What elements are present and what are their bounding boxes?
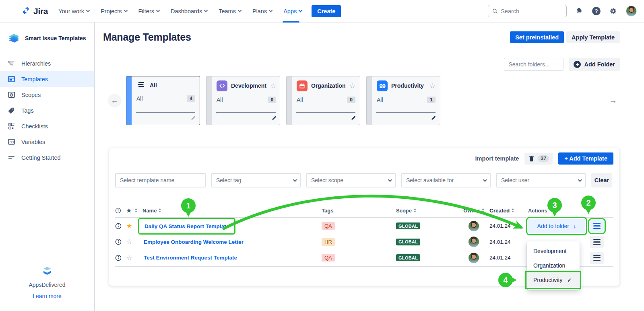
search-icon	[492, 8, 497, 14]
plus-icon: +	[574, 61, 581, 68]
nav-projects[interactable]: Projects	[101, 0, 127, 23]
star-icon[interactable]: ☆	[270, 82, 276, 90]
trash-icon	[528, 155, 535, 162]
info-icon[interactable]	[115, 223, 126, 229]
edit-folder-icon[interactable]	[350, 115, 356, 123]
template-link[interactable]: Employee Onboarding Welcome Letter	[144, 239, 244, 245]
page-title: Manage Templates	[103, 31, 191, 43]
nav-dashboards[interactable]: Dashboards	[171, 0, 207, 23]
chevron-down-icon	[269, 8, 273, 12]
menu-item-development[interactable]: Development	[527, 244, 580, 258]
sidebar-item-hierarchies[interactable]: Hierarchies	[0, 56, 94, 71]
global-search-input[interactable]	[501, 8, 562, 14]
scope-column-header[interactable]: Scope	[393, 208, 461, 214]
app-title: Smart Issue Templates	[25, 35, 86, 41]
chevron-down-icon	[578, 178, 582, 182]
folder-card-productivity[interactable]: 99 Productivity ☆ All 1	[366, 76, 440, 125]
appsdelivered-logo-icon	[41, 266, 53, 276]
sidebar-item-scopes[interactable]: Scopes	[0, 87, 94, 103]
apply-template-button[interactable]: Apply Template	[566, 31, 620, 43]
nav-teams[interactable]: Teams	[219, 0, 241, 23]
edit-folder-icon[interactable]	[430, 115, 436, 123]
name-column-header[interactable]: Name	[142, 208, 318, 214]
clear-filters-button[interactable]: Clear	[591, 173, 612, 187]
info-icon[interactable]	[115, 239, 126, 245]
create-button[interactable]: Create	[312, 5, 341, 17]
edit-folder-icon[interactable]	[190, 115, 196, 123]
sidebar-item-templates[interactable]: Templates	[0, 71, 94, 87]
row-actions-menu-button[interactable]	[590, 220, 604, 232]
check-icon: ✓	[567, 277, 572, 283]
chevron-down-icon	[388, 178, 392, 182]
carousel-left-arrow[interactable]: ←	[108, 94, 122, 107]
star-icon[interactable]: ☆	[126, 255, 132, 261]
owner-avatar[interactable]	[469, 253, 479, 263]
nav-filters[interactable]: Filters	[138, 0, 159, 23]
template-link[interactable]: Test Environment Request Template	[144, 255, 237, 261]
star-icon[interactable]: ☆	[429, 82, 436, 90]
learn-more-link[interactable]: Learn more	[33, 293, 62, 299]
folder-card-all[interactable]: All All 4	[126, 76, 200, 125]
edit-folder-icon[interactable]	[271, 115, 277, 123]
user-avatar[interactable]	[626, 6, 637, 16]
sidebar-item-checklists[interactable]: Checklists	[0, 118, 94, 134]
template-link[interactable]: Daily QA Status Report Template	[144, 223, 229, 229]
folder-color-stripe	[206, 76, 212, 125]
add-to-folder-button[interactable]: Add to folder ↓	[528, 219, 585, 233]
menu-item-organization[interactable]: Organization	[527, 258, 580, 273]
sidebar-item-getting-started[interactable]: Getting Started	[0, 150, 94, 165]
notifications-icon[interactable]	[575, 7, 584, 15]
brand-name: Jira	[33, 6, 48, 16]
folder-card-organization[interactable]: Organization ☆ All 0	[286, 76, 360, 125]
owner-avatar[interactable]	[469, 221, 479, 231]
star-icon[interactable]: ★	[126, 223, 132, 229]
template-count-badge: 4	[187, 95, 195, 102]
created-column-header[interactable]: Created	[486, 208, 520, 214]
import-template-button[interactable]: Import template	[475, 155, 519, 162]
settings-gear-icon[interactable]	[609, 7, 617, 15]
search-folders-input[interactable]	[504, 58, 564, 71]
chevron-down-icon	[483, 178, 487, 182]
global-search[interactable]	[488, 5, 567, 17]
add-folder-button[interactable]: + Add Folder	[569, 58, 620, 71]
created-date: 24.01.24	[486, 223, 520, 229]
nav-plans[interactable]: Plans	[252, 0, 272, 23]
row-actions-menu-button[interactable]	[590, 252, 604, 264]
getting-started-icon	[7, 153, 16, 162]
jira-logo[interactable]: Jira	[21, 6, 48, 16]
chevron-down-icon	[156, 8, 160, 12]
info-icon[interactable]	[115, 255, 126, 261]
svg-text:(x): (x)	[9, 140, 14, 144]
table-header: ★ Name Tags Scope Owner	[115, 204, 613, 218]
select-tag-dropdown[interactable]: Select tag	[211, 173, 301, 187]
help-icon[interactable]: ?	[592, 7, 601, 15]
sidebar-item-variables[interactable]: (x) Variables	[0, 134, 94, 150]
nav-your-work[interactable]: Your work	[58, 0, 89, 23]
nav-apps[interactable]: Apps	[283, 0, 302, 23]
folder-card-development[interactable]: Development ☆ All 0	[206, 76, 280, 125]
owner-avatar[interactable]	[469, 237, 479, 247]
select-template-name-input[interactable]	[115, 173, 206, 187]
info-column-header[interactable]	[115, 208, 126, 214]
carousel-right-arrow[interactable]: →	[606, 94, 620, 107]
menu-item-productivity[interactable]: Productivity ✓	[527, 273, 580, 287]
star-icon[interactable]: ☆	[349, 82, 355, 90]
scope-badge: GLOBAL	[396, 239, 420, 245]
set-preinstalled-button[interactable]: Set preinstalled	[510, 31, 564, 43]
sidebar-item-tags[interactable]: Tags	[0, 103, 94, 118]
template-count-badge: 0	[347, 97, 355, 103]
tag-badge: HR	[322, 238, 335, 246]
add-template-button[interactable]: + Add Template	[558, 152, 613, 165]
owner-column-header[interactable]: Owner	[461, 208, 486, 214]
star-icon[interactable]: ☆	[126, 239, 132, 245]
quote-icon: 99	[377, 80, 388, 91]
trash-button[interactable]: 37	[524, 153, 553, 165]
table-row: ★ Daily QA Status Report Template QA GLO…	[115, 218, 613, 234]
starred-column-header[interactable]: ★	[126, 208, 142, 213]
main-menu: Your work Projects Filters Dashboards Te…	[58, 0, 302, 23]
row-actions-menu-button[interactable]	[590, 236, 604, 248]
jira-logo-icon	[21, 6, 31, 16]
select-scope-dropdown[interactable]: Select scope	[306, 173, 396, 187]
select-available-for-dropdown[interactable]: Select available for	[401, 173, 491, 187]
select-user-dropdown[interactable]: Select user	[496, 173, 586, 187]
